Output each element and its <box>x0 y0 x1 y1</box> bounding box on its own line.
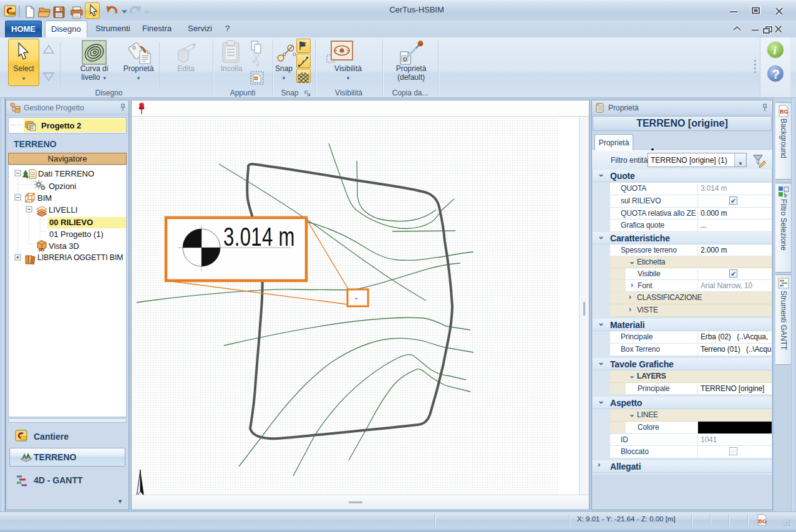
svg-text:3D: 3D <box>38 247 44 253</box>
svg-text:i: i <box>774 44 777 57</box>
svg-text:BG: BG <box>759 518 767 525</box>
svg-text:BG: BG <box>780 109 789 115</box>
svg-text:?: ? <box>772 67 780 81</box>
svg-text:IBM: IBM <box>10 12 15 15</box>
svg-text:3.014 m: 3.014 m <box>223 222 295 251</box>
